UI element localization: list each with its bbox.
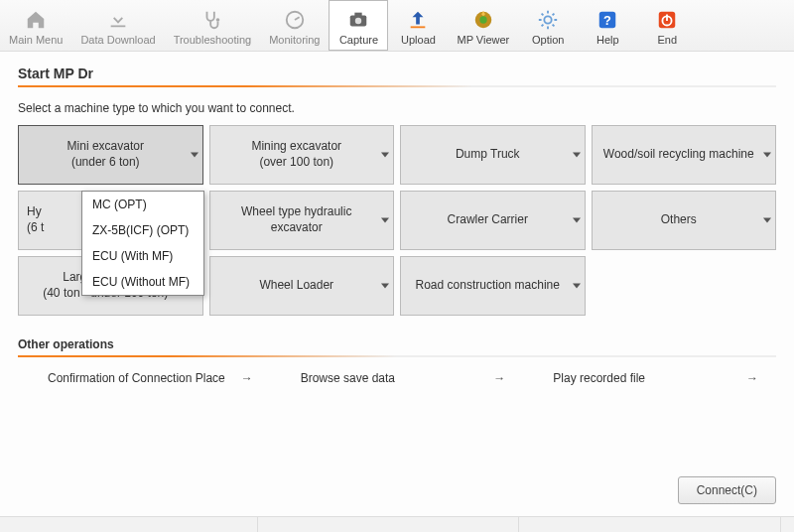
op-confirmation-connection-place[interactable]: Confirmation of Connection Place → (18, 365, 271, 391)
status-segment (261, 517, 519, 532)
tile-label: Crawler Carrier (448, 212, 528, 228)
tile-label: Wheel type hydraulic excavator (218, 204, 376, 235)
chevron-down-icon (573, 153, 581, 158)
help-icon: ? (596, 8, 618, 32)
chevron-down-icon (381, 218, 389, 223)
chevron-down-icon (191, 153, 198, 158)
toolbar-main-menu[interactable]: Main Menu (0, 0, 71, 51)
tile-label: Dump Truck (456, 147, 520, 163)
toolbar-label: End (657, 34, 677, 46)
status-segment (0, 517, 258, 532)
svg-point-3 (355, 17, 361, 23)
dropdown-item[interactable]: ECU (Without MF) (82, 269, 203, 295)
chevron-down-icon (381, 153, 389, 158)
toolbar-label: Help (596, 34, 619, 46)
arrow-right-icon: → (241, 371, 253, 385)
svg-rect-4 (355, 12, 362, 16)
arrow-right-icon: → (746, 371, 758, 385)
toolbar-label: Monitoring (269, 34, 320, 46)
camera-icon (347, 8, 369, 32)
other-operations: Other operations Confirmation of Connect… (18, 337, 776, 391)
main-content: Start MP Dr Select a machine type to whi… (0, 52, 794, 399)
toolbar-troubleshooting[interactable]: Troubleshooting (165, 0, 260, 51)
op-play-recorded-file[interactable]: Play recorded file → (523, 365, 776, 391)
chevron-down-icon (763, 153, 771, 158)
toolbar-label: Option (532, 34, 564, 46)
tile-crawler-carrier[interactable]: Crawler Carrier (400, 191, 586, 250)
connect-bar: Connect(C) (678, 476, 776, 504)
other-ops-divider (18, 355, 776, 357)
tile-dump-truck[interactable]: Dump Truck (400, 125, 586, 185)
status-segment (523, 517, 781, 532)
chevron-down-icon (381, 284, 389, 289)
toolbar-end[interactable]: End (637, 0, 697, 51)
toolbar-label: Main Menu (9, 34, 63, 46)
svg-text:?: ? (603, 12, 611, 27)
toolbar-label: MP Viewer (457, 34, 509, 46)
chevron-down-icon (573, 284, 581, 289)
tile-mining-excavator[interactable]: Mining excavator (over 100 ton) (209, 125, 395, 185)
svg-point-6 (479, 16, 486, 23)
upload-icon (407, 8, 429, 32)
machine-grid: Mini excavator (under 6 ton) Mining exca… (18, 125, 776, 316)
stethoscope-icon (201, 8, 223, 32)
tile-label: Wheel Loader (259, 278, 333, 294)
mini-excavator-dropdown: MC (OPT) ZX-5B(ICF) (OPT) ECU (With MF) … (81, 191, 204, 296)
download-icon (107, 8, 129, 32)
gear-icon (537, 8, 559, 32)
tile-label: Mini excavator (under 6 ton) (67, 139, 144, 170)
toolbar-label: Data Download (80, 34, 155, 46)
connect-button[interactable]: Connect(C) (678, 476, 776, 504)
tile-label: Wood/soil recycling machine (603, 147, 754, 163)
toolbar-label: Upload (401, 34, 436, 46)
toolbar-monitoring[interactable]: Monitoring (260, 0, 329, 51)
dropdown-item[interactable]: MC (OPT) (82, 192, 203, 217)
toolbar-label: Capture (339, 34, 378, 46)
tile-others[interactable]: Others (592, 191, 777, 250)
tile-label: Mining excavator (over 100 ton) (251, 139, 341, 170)
power-icon (656, 8, 678, 32)
op-label: Browse save data (301, 371, 395, 385)
svg-point-0 (216, 18, 220, 22)
page-title: Start MP Dr (18, 66, 776, 85)
tile-label: Others (661, 212, 697, 228)
tile-label: Road construction machine (416, 278, 560, 294)
toolbar-label: Troubleshooting (174, 34, 251, 46)
op-label: Confirmation of Connection Place (48, 371, 225, 385)
tile-wheel-hydraulic[interactable]: Wheel type hydraulic excavator (209, 191, 395, 250)
op-label: Play recorded file (553, 371, 645, 385)
dropdown-item[interactable]: ZX-5B(ICF) (OPT) (82, 217, 203, 243)
gauge-icon (284, 8, 306, 32)
status-bar (0, 516, 794, 532)
tile-wood-soil-recycling[interactable]: Wood/soil recycling machine (592, 125, 777, 185)
other-ops-title: Other operations (18, 337, 776, 355)
home-icon (25, 8, 47, 32)
title-divider (18, 85, 776, 87)
toolbar-capture[interactable]: Capture (329, 0, 388, 51)
toolbar: Main Menu Data Download Troubleshooting … (0, 0, 794, 52)
tile-road-construction[interactable]: Road construction machine (400, 256, 586, 316)
chevron-down-icon (763, 218, 771, 223)
chevron-down-icon (573, 218, 581, 223)
toolbar-mp-viewer[interactable]: MP Viewer (448, 0, 518, 51)
viewer-icon (472, 8, 494, 32)
op-browse-save-data[interactable]: Browse save data → (271, 365, 524, 391)
toolbar-data-download[interactable]: Data Download (71, 0, 164, 51)
dropdown-item[interactable]: ECU (With MF) (82, 243, 203, 269)
page-subtitle: Select a machine type to which you want … (18, 101, 776, 115)
toolbar-upload[interactable]: Upload (388, 0, 448, 51)
toolbar-option[interactable]: Option (518, 0, 578, 51)
toolbar-help[interactable]: ? Help (578, 0, 637, 51)
svg-point-7 (545, 16, 552, 23)
other-ops-row: Confirmation of Connection Place → Brows… (18, 365, 776, 391)
tile-mini-excavator[interactable]: Mini excavator (under 6 ton) (18, 125, 203, 185)
arrow-right-icon: → (493, 371, 505, 385)
tile-wheel-loader[interactable]: Wheel Loader (209, 256, 395, 316)
